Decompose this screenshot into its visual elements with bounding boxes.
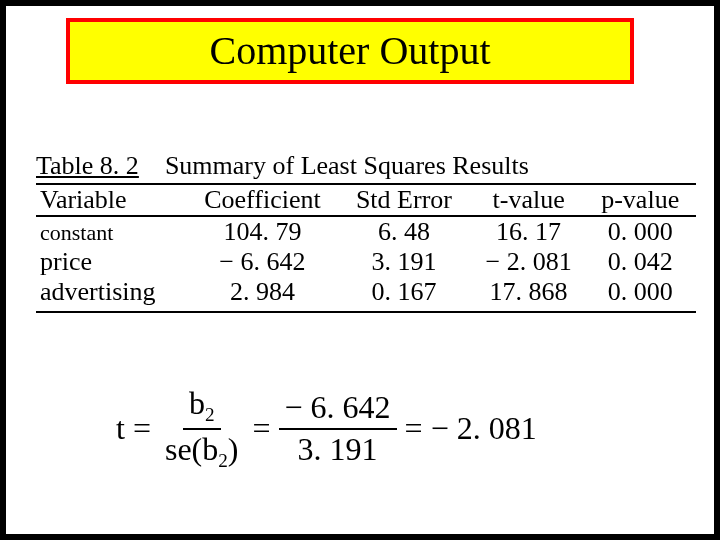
header-coef: Coefficient bbox=[190, 185, 335, 216]
table-header-row: Variable Coefficient Std Error t-value p… bbox=[36, 185, 696, 216]
table-caption-text: Summary of Least Squares Results bbox=[165, 151, 529, 180]
header-p: p-value bbox=[584, 185, 696, 216]
cell-p: 0. 042 bbox=[584, 247, 696, 277]
cell-coef: 104. 79 bbox=[190, 216, 335, 247]
slide-frame: Computer Output Table 8. 2 Summary of Le… bbox=[0, 0, 720, 540]
formula-lhs: t bbox=[116, 410, 125, 447]
title-box: Computer Output bbox=[66, 18, 634, 84]
header-variable: Variable bbox=[36, 185, 190, 216]
cell-se: 0. 167 bbox=[335, 277, 473, 312]
cell-t: 17. 868 bbox=[473, 277, 585, 312]
fraction-numerator: b2 bbox=[183, 386, 221, 430]
cell-coef: − 6. 642 bbox=[190, 247, 335, 277]
cell-variable: price bbox=[36, 247, 190, 277]
cell-t: − 2. 081 bbox=[473, 247, 585, 277]
cell-t: 16. 17 bbox=[473, 216, 585, 247]
formula-result: − 2. 081 bbox=[431, 410, 537, 447]
results-table: Variable Coefficient Std Error t-value p… bbox=[36, 185, 696, 313]
equals-sign: = bbox=[405, 410, 423, 447]
cell-p: 0. 000 bbox=[584, 216, 696, 247]
cell-coef: 2. 984 bbox=[190, 277, 335, 312]
table-caption: Table 8. 2 Summary of Least Squares Resu… bbox=[36, 151, 696, 185]
results-table-wrap: Table 8. 2 Summary of Least Squares Resu… bbox=[36, 151, 696, 313]
fraction-numeric: − 6. 642 3. 191 bbox=[279, 390, 397, 466]
header-se: Std Error bbox=[335, 185, 473, 216]
cell-se: 6. 48 bbox=[335, 216, 473, 247]
equals-sign: = bbox=[133, 410, 151, 447]
t-formula: t = b2 se(b2) = − 6. 642 3. 191 = − 2. 0… bbox=[116, 386, 537, 471]
fraction-denominator: 3. 191 bbox=[292, 430, 384, 467]
equals-sign: = bbox=[253, 410, 271, 447]
fraction-symbolic: b2 se(b2) bbox=[159, 386, 245, 471]
table-row: constant 104. 79 6. 48 16. 17 0. 000 bbox=[36, 216, 696, 247]
table-row: advertising 2. 984 0. 167 17. 868 0. 000 bbox=[36, 277, 696, 312]
slide-title: Computer Output bbox=[209, 28, 490, 73]
cell-p: 0. 000 bbox=[584, 277, 696, 312]
header-t: t-value bbox=[473, 185, 585, 216]
table-caption-label: Table 8. 2 bbox=[36, 151, 139, 180]
fraction-numerator: − 6. 642 bbox=[279, 390, 397, 429]
table-row: price − 6. 642 3. 191 − 2. 081 0. 042 bbox=[36, 247, 696, 277]
cell-se: 3. 191 bbox=[335, 247, 473, 277]
fraction-denominator: se(b2) bbox=[159, 430, 245, 472]
cell-variable: constant bbox=[36, 216, 190, 247]
cell-variable: advertising bbox=[36, 277, 190, 312]
